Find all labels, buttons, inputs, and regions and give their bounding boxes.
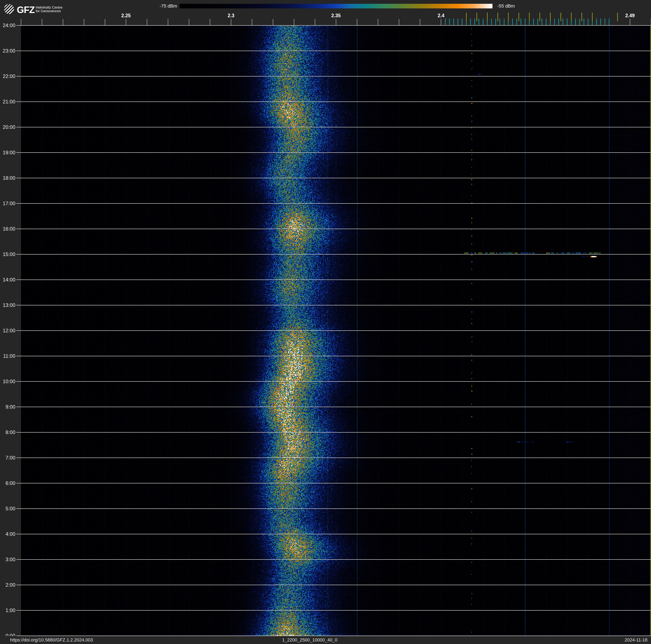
frequency-tick-label: 2.3 [228, 13, 235, 19]
hour-gridline [17, 254, 651, 255]
hour-gridline [17, 203, 651, 204]
bluetooth-channel-tick [554, 19, 555, 25]
bluetooth-channel-tick [541, 19, 542, 25]
hour-label: 20:00 [0, 124, 15, 130]
bluetooth-channel-tick [558, 19, 559, 25]
bluetooth-channel-tick [462, 19, 462, 25]
frequency-minor-tick [441, 19, 441, 25]
frequency-minor-tick [189, 19, 189, 25]
colorbar-max-label: -55 dBm [497, 4, 515, 8]
bluetooth-channel-tick [600, 19, 601, 25]
frequency-minor-tick [63, 19, 63, 25]
hour-label: 16:00 [0, 226, 15, 232]
wifi-channel-tick [550, 12, 551, 21]
hour-label: 2:00 [0, 582, 15, 588]
bluetooth-channel-tick [609, 19, 610, 25]
hour-gridline [17, 559, 651, 560]
colorbar-min-label: -75 dBm [160, 4, 177, 8]
hour-label: 12:00 [0, 328, 15, 333]
hour-gridline [17, 534, 651, 534]
wifi-channel-tick [529, 12, 530, 21]
hour-label: 3:00 [0, 557, 15, 562]
logo-acronym: GFZ [17, 5, 35, 15]
frequency-tick-label: 2.49 [625, 13, 635, 19]
frequency-minor-tick [378, 19, 378, 25]
wifi-channel-tick [592, 12, 593, 21]
frequency-tick-label: 2.35 [331, 13, 341, 19]
hour-gridline [17, 407, 651, 407]
frequency-tick-label: 2.4 [438, 13, 444, 19]
bluetooth-channel-tick [512, 19, 513, 25]
frequency-minor-tick [273, 19, 273, 25]
hour-label: 17:00 [0, 201, 15, 206]
hour-gridline [17, 101, 651, 102]
bluetooth-channel-tick [596, 19, 597, 25]
bluetooth-channel-tick [478, 19, 479, 25]
colorbar-gradient [180, 4, 492, 8]
bluetooth-channel-tick [537, 19, 538, 25]
bluetooth-channel-tick [525, 19, 525, 25]
frequency-minor-tick [336, 19, 336, 25]
hour-label: 22:00 [0, 74, 15, 79]
bluetooth-channel-tick [470, 19, 471, 25]
wifi-channel-tick [476, 12, 477, 21]
hour-gridline [17, 280, 651, 280]
wifi-channel-tick [560, 12, 561, 21]
hour-label: 5:00 [0, 506, 15, 511]
gfz-logo-icon [4, 4, 14, 14]
wifi-channel-tick [508, 12, 508, 21]
hour-gridline [17, 178, 651, 178]
frequency-minor-tick [315, 19, 315, 25]
hour-gridline [17, 356, 651, 356]
hour-gridline [17, 585, 651, 585]
bluetooth-channel-tick [491, 19, 492, 25]
frequency-tick-label: 2.25 [121, 13, 131, 19]
date-label: 2024-11-18 [625, 637, 647, 643]
frequency-minor-tick [84, 19, 84, 25]
bluetooth-channel-tick [500, 19, 500, 25]
bluetooth-channel-tick [521, 19, 521, 25]
hour-gridline [17, 305, 651, 305]
hour-label: 13:00 [0, 302, 15, 308]
hour-gridline [17, 127, 651, 127]
hour-label: 1:00 [0, 608, 15, 613]
hour-label: 14:00 [0, 277, 15, 283]
logo-tagline-line2: for Geosciences [36, 9, 62, 13]
bluetooth-channel-tick [474, 19, 475, 25]
frequency-minor-tick [399, 19, 399, 25]
bluetooth-channel-tick [517, 19, 517, 25]
frequency-minor-tick [126, 19, 126, 25]
frequency-minor-tick [168, 19, 168, 25]
frequency-minor-tick [294, 19, 294, 25]
wifi-channel-tick [617, 12, 618, 21]
frequency-minor-tick [147, 19, 147, 25]
bluetooth-channel-tick [483, 19, 484, 25]
doi-link[interactable]: https://doi.org/10.5880/GFZ.1.2.2024.003 [10, 637, 93, 643]
hour-gridline [17, 508, 651, 509]
bluetooth-channel-tick [458, 19, 458, 25]
frequency-minor-tick [210, 19, 210, 25]
frequency-minor-tick [357, 19, 357, 25]
bluetooth-channel-tick [579, 19, 580, 25]
wifi-channel-tick [582, 12, 582, 21]
wifi-channel-tick [497, 12, 498, 21]
hour-gridline [17, 229, 651, 229]
bluetooth-channel-tick [584, 19, 584, 25]
hour-label: 11:00 [0, 353, 15, 359]
wifi-channel-tick [571, 12, 571, 21]
hour-gridline [17, 152, 651, 153]
bluetooth-channel-tick [533, 19, 534, 25]
hour-gridline [17, 432, 651, 433]
bluetooth-channel-tick [588, 19, 588, 25]
bluetooth-channel-tick [546, 19, 547, 25]
hour-gridline [17, 76, 651, 77]
hour-label: 18:00 [0, 175, 15, 181]
bluetooth-channel-tick [449, 19, 450, 25]
frequency-minor-tick [105, 19, 105, 25]
frequency-minor-tick [231, 19, 231, 25]
hour-label: 9:00 [0, 404, 15, 410]
hour-gridline [17, 51, 651, 51]
frequency-minor-tick [420, 19, 420, 25]
hour-gridline [17, 25, 651, 26]
hour-gridline [17, 483, 651, 484]
